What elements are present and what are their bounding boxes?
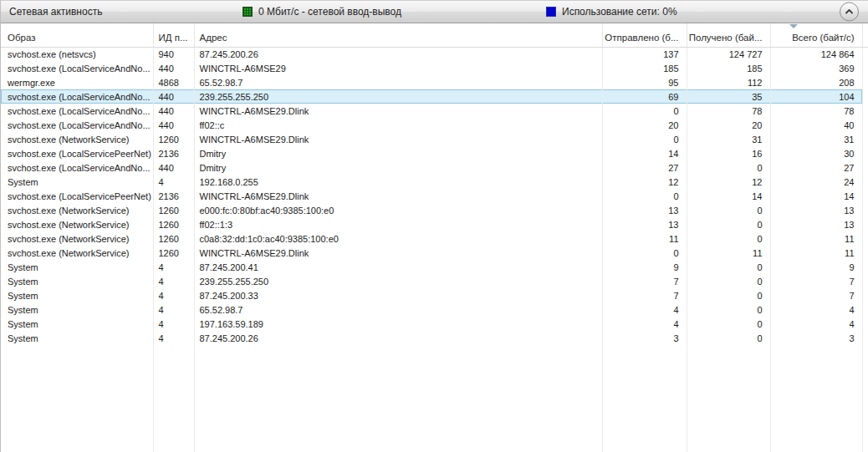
table-row[interactable]: svchost.exe (LocalServiceAndNo...440Dmit…	[1, 160, 868, 175]
table-row[interactable]: svchost.exe (LocalServiceAndNo...440ff02…	[1, 118, 868, 132]
cell-received: 0	[687, 203, 770, 217]
row-filler	[862, 274, 868, 288]
table-row[interactable]: System4197.163.59.189404	[1, 317, 868, 331]
filler-cell	[687, 345, 770, 452]
cell-received: 112	[687, 75, 770, 89]
section-title-bar[interactable]: Сетевая активность 0 Мбит/с - сетевой вв…	[1, 1, 868, 23]
cell-address: WINCTRL-A6MSE29	[194, 61, 602, 75]
cell-address: WINCTRL-A6MSE29.Dlink	[194, 246, 602, 260]
table-row[interactable]: System4239.255.255.250707	[1, 274, 868, 288]
row-filler	[862, 104, 868, 118]
cell-sent: 27	[602, 160, 687, 175]
cell-pid: 1260	[153, 217, 194, 231]
cell-received: 0	[687, 260, 770, 274]
cell-image: svchost.exe (netsvcs)	[1, 47, 153, 61]
filler-cell	[153, 345, 194, 452]
network-activity-panel: Сетевая активность 0 Мбит/с - сетевой вв…	[0, 0, 868, 452]
cell-pid: 1260	[153, 246, 194, 260]
filler-cell	[770, 345, 862, 452]
cell-address: 65.52.98.7	[194, 302, 602, 317]
cell-received: 31	[687, 132, 770, 146]
panel-title: Сетевая активность	[9, 6, 102, 18]
table-row[interactable]: System465.52.98.7404	[1, 302, 868, 317]
network-io-legend-swatch-icon	[243, 7, 253, 17]
collapse-section-button[interactable]	[840, 3, 859, 22]
cell-received: 16	[687, 146, 770, 160]
cell-address: c0a8:32:dd:1c0:ac40:9385:100:e0	[194, 231, 602, 246]
table-row[interactable]: svchost.exe (LocalServiceAndNo...440WINC…	[1, 61, 868, 75]
table-row[interactable]: System487.245.200.26303	[1, 331, 868, 345]
table-row[interactable]: svchost.exe (LocalServiceAndNo...440WINC…	[1, 104, 868, 118]
cell-image: svchost.exe (NetworkService)	[1, 132, 153, 146]
table-row[interactable]: System487.245.200.33707	[1, 288, 868, 302]
column-header-image[interactable]: Образ	[1, 23, 153, 47]
table-row[interactable]: svchost.exe (LocalServicePeerNet)2136WIN…	[1, 189, 868, 203]
cell-sent: 4	[602, 302, 687, 317]
header-filler	[862, 23, 868, 47]
cell-pid: 440	[153, 61, 194, 75]
cell-sent: 69	[602, 89, 687, 104]
table-row[interactable]: svchost.exe (LocalServiceAndNo...440239.…	[1, 89, 868, 104]
row-filler	[862, 203, 868, 217]
table-row[interactable]: svchost.exe (netsvcs)94087.245.200.26137…	[1, 47, 868, 61]
cell-address: 239.255.255.250	[194, 89, 602, 104]
cell-address: ff02::1:3	[194, 217, 602, 231]
table-row[interactable]: svchost.exe (LocalServicePeerNet)2136Dmi…	[1, 146, 868, 160]
cell-address: 87.245.200.26	[194, 331, 602, 345]
column-header-address[interactable]: Адрес	[194, 23, 602, 47]
cell-pid: 4	[153, 288, 194, 302]
cell-sent: 9	[602, 260, 687, 274]
cell-received: 20	[687, 118, 770, 132]
cell-pid: 4	[153, 175, 194, 189]
cell-image: System	[1, 274, 153, 288]
cell-received: 14	[687, 189, 770, 203]
cell-pid: 4	[153, 317, 194, 331]
sort-descending-icon	[789, 24, 798, 28]
cell-pid: 2136	[153, 189, 194, 203]
cell-total: 3	[770, 331, 862, 345]
cell-total: 104	[770, 89, 862, 104]
column-header-total[interactable]: Всего (байт/с)	[770, 23, 862, 47]
table-row[interactable]: svchost.exe (NetworkService)1260ff02::1:…	[1, 217, 868, 231]
table-row[interactable]: System487.245.200.41909	[1, 260, 868, 274]
filler-cell	[602, 345, 687, 452]
cell-image: svchost.exe (LocalServiceAndNo...	[1, 89, 153, 104]
cell-total: 13	[770, 217, 862, 231]
cell-sent: 0	[602, 104, 687, 118]
cell-pid: 1260	[153, 231, 194, 246]
cell-total: 40	[770, 118, 862, 132]
cell-address: Dmitry	[194, 146, 602, 160]
row-filler	[862, 288, 868, 302]
cell-address: 65.52.98.7	[194, 75, 602, 89]
cell-total: 7	[770, 274, 862, 288]
table-row[interactable]: wermgr.exe486865.52.98.795112208	[1, 75, 868, 89]
filler-cell	[1, 345, 153, 452]
cell-address: 239.255.255.250	[194, 274, 602, 288]
column-header-received[interactable]: Получено (бай...	[687, 23, 770, 47]
cell-image: svchost.exe (LocalServicePeerNet)	[1, 146, 153, 160]
column-header-pid[interactable]: ИД п...	[153, 23, 194, 47]
cell-received: 124 727	[687, 47, 770, 61]
cell-sent: 0	[602, 246, 687, 260]
cell-address: Dmitry	[194, 160, 602, 175]
network-io-legend-label: 0 Мбит/с - сетевой ввод-вывод	[258, 6, 401, 18]
row-filler	[862, 75, 868, 89]
table-row[interactable]: svchost.exe (NetworkService)1260e000:fc:…	[1, 203, 868, 217]
cell-sent: 137	[602, 47, 687, 61]
cell-total: 30	[770, 146, 862, 160]
cell-sent: 185	[602, 61, 687, 75]
table-row[interactable]: System4192.168.0.255121224	[1, 175, 868, 189]
table-row[interactable]: svchost.exe (NetworkService)1260WINCTRL-…	[1, 132, 868, 146]
cell-address: 192.168.0.255	[194, 175, 602, 189]
network-activity-table: ОбразИД п...АдресОтправлено (б...Получен…	[1, 23, 868, 452]
cell-received: 0	[687, 331, 770, 345]
cell-image: System	[1, 260, 153, 274]
table-row[interactable]: svchost.exe (NetworkService)1260WINCTRL-…	[1, 246, 868, 260]
column-header-sent[interactable]: Отправлено (б...	[602, 23, 687, 47]
cell-image: System	[1, 317, 153, 331]
cell-image: System	[1, 175, 153, 189]
cell-sent: 7	[602, 288, 687, 302]
cell-total: 78	[770, 104, 862, 118]
table-row[interactable]: svchost.exe (NetworkService)1260c0a8:32:…	[1, 231, 868, 246]
row-filler	[862, 146, 868, 160]
